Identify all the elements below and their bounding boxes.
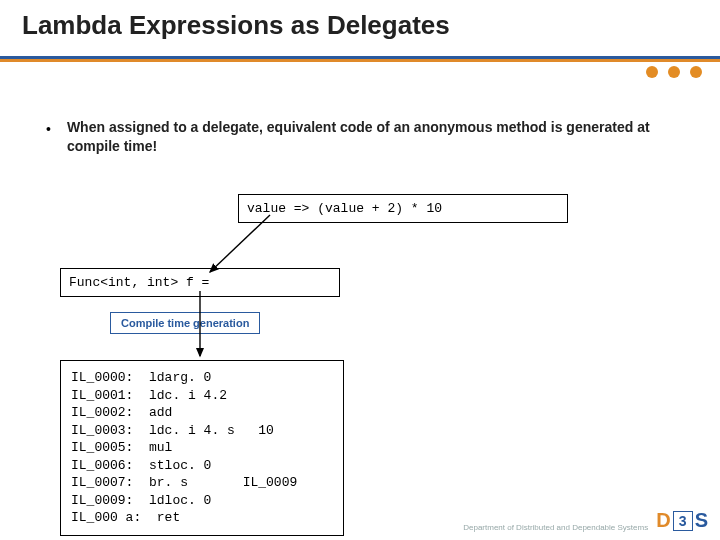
bullet-item: • When assigned to a delegate, equivalen… xyxy=(46,118,666,156)
il-code-box: IL_0000: ldarg. 0 IL_0001: ldc. i 4.2 IL… xyxy=(60,360,344,536)
svg-line-0 xyxy=(210,215,270,272)
slide: Lambda Expressions as Delegates • When a… xyxy=(0,0,720,540)
bullet-marker-icon: • xyxy=(46,118,51,138)
footer-department-text: Department of Distributed and Dependable… xyxy=(463,523,648,532)
lambda-code-box: value => (value + 2) * 10 xyxy=(238,194,568,223)
logo-letter-d: D xyxy=(656,509,670,532)
logo-digit-3: 3 xyxy=(679,513,687,529)
header-rule xyxy=(0,56,720,62)
logo-box-icon: 3 xyxy=(673,511,693,531)
decorative-dots xyxy=(646,66,702,78)
d3s-logo: D 3 S xyxy=(656,509,708,532)
compile-time-label: Compile time generation xyxy=(110,312,260,334)
dot-icon xyxy=(690,66,702,78)
header-rule-orange xyxy=(0,59,720,62)
logo-letter-s: S xyxy=(695,509,708,532)
delegate-code-box: Func<int, int> f = xyxy=(60,268,340,297)
slide-title: Lambda Expressions as Delegates xyxy=(22,10,450,41)
dot-icon xyxy=(646,66,658,78)
footer: Department of Distributed and Dependable… xyxy=(463,509,708,532)
bullet-text: When assigned to a delegate, equivalent … xyxy=(67,118,666,156)
dot-icon xyxy=(668,66,680,78)
